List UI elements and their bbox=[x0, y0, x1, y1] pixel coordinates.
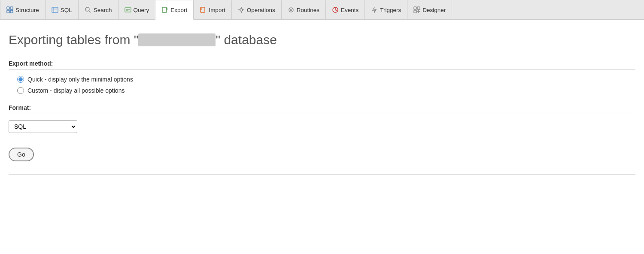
export-method-section: Export method: Quick - display only the … bbox=[9, 60, 635, 94]
tab-designer-label: Designer bbox=[422, 7, 446, 13]
svg-point-7 bbox=[85, 7, 89, 11]
export-method-options: Quick - display only the minimal options… bbox=[9, 76, 635, 94]
svg-rect-2 bbox=[7, 10, 9, 13]
tab-routines-label: Routines bbox=[297, 7, 319, 13]
tab-triggers[interactable]: Triggers bbox=[365, 0, 407, 20]
tab-search-label: Search bbox=[94, 7, 112, 13]
svg-line-29 bbox=[335, 10, 337, 11]
routines-icon bbox=[288, 6, 295, 13]
quick-radio[interactable] bbox=[17, 76, 24, 83]
designer-icon bbox=[413, 6, 420, 13]
svg-rect-3 bbox=[10, 10, 13, 13]
svg-rect-30 bbox=[414, 7, 416, 9]
svg-rect-32 bbox=[414, 10, 416, 13]
tab-bar: Structure SQL Search Query bbox=[0, 0, 644, 20]
main-content: Exporting tables from " " database Expor… bbox=[0, 20, 644, 183]
sql-icon bbox=[52, 6, 58, 13]
format-section: Format: SQL CSV JSON XML PDF LaTeX bbox=[9, 104, 635, 133]
tab-query-label: Query bbox=[134, 7, 149, 13]
page-title: Exporting tables from " " database bbox=[9, 33, 635, 47]
custom-option-label[interactable]: Custom - display all possible options bbox=[17, 87, 635, 94]
search-icon bbox=[85, 6, 91, 13]
tab-structure[interactable]: Structure bbox=[0, 0, 46, 20]
tab-export-label: Export bbox=[170, 7, 187, 13]
operations-icon bbox=[238, 6, 245, 13]
tab-import[interactable]: Import bbox=[194, 0, 231, 20]
tab-structure-label: Structure bbox=[15, 7, 39, 13]
svg-rect-1 bbox=[10, 7, 13, 9]
svg-point-16 bbox=[240, 9, 243, 11]
bottom-divider bbox=[9, 174, 635, 175]
tab-query[interactable]: Query bbox=[118, 0, 156, 20]
custom-radio[interactable] bbox=[17, 87, 24, 94]
custom-option-text: Custom - display all possible options bbox=[27, 87, 125, 94]
format-select[interactable]: SQL CSV JSON XML PDF LaTeX bbox=[9, 120, 77, 133]
tab-events[interactable]: Events bbox=[326, 0, 365, 20]
title-prefix: Exporting tables from " bbox=[9, 33, 138, 47]
svg-rect-31 bbox=[417, 7, 420, 9]
format-header: Format: bbox=[9, 104, 635, 114]
events-icon bbox=[332, 6, 339, 13]
quick-option-label[interactable]: Quick - display only the minimal options bbox=[17, 76, 635, 83]
title-suffix: " database bbox=[216, 33, 276, 47]
tab-triggers-label: Triggers bbox=[380, 7, 401, 13]
structure-icon bbox=[6, 6, 13, 13]
tab-import-label: Import bbox=[209, 7, 225, 13]
triggers-icon bbox=[371, 6, 378, 13]
svg-rect-9 bbox=[125, 8, 131, 12]
db-name bbox=[138, 33, 216, 46]
tab-sql-label: SQL bbox=[61, 7, 72, 13]
tab-routines[interactable]: Routines bbox=[282, 0, 326, 20]
export-icon bbox=[161, 6, 168, 13]
svg-rect-12 bbox=[162, 7, 167, 12]
tab-search[interactable]: Search bbox=[79, 0, 118, 20]
tab-sql[interactable]: SQL bbox=[46, 0, 79, 20]
query-icon bbox=[125, 6, 131, 13]
export-method-header: Export method: bbox=[9, 60, 635, 70]
import-icon bbox=[200, 6, 207, 13]
svg-rect-0 bbox=[7, 7, 9, 9]
svg-point-22 bbox=[290, 9, 292, 11]
quick-option-text: Quick - display only the minimal options bbox=[27, 76, 133, 83]
tab-operations-label: Operations bbox=[247, 7, 275, 13]
tab-designer[interactable]: Designer bbox=[407, 0, 452, 20]
svg-line-8 bbox=[89, 11, 91, 12]
tab-operations[interactable]: Operations bbox=[232, 0, 282, 20]
go-button[interactable]: Go bbox=[9, 148, 34, 161]
tab-export[interactable]: Export bbox=[155, 0, 194, 20]
tab-events-label: Events bbox=[341, 7, 358, 13]
svg-rect-4 bbox=[52, 7, 58, 12]
